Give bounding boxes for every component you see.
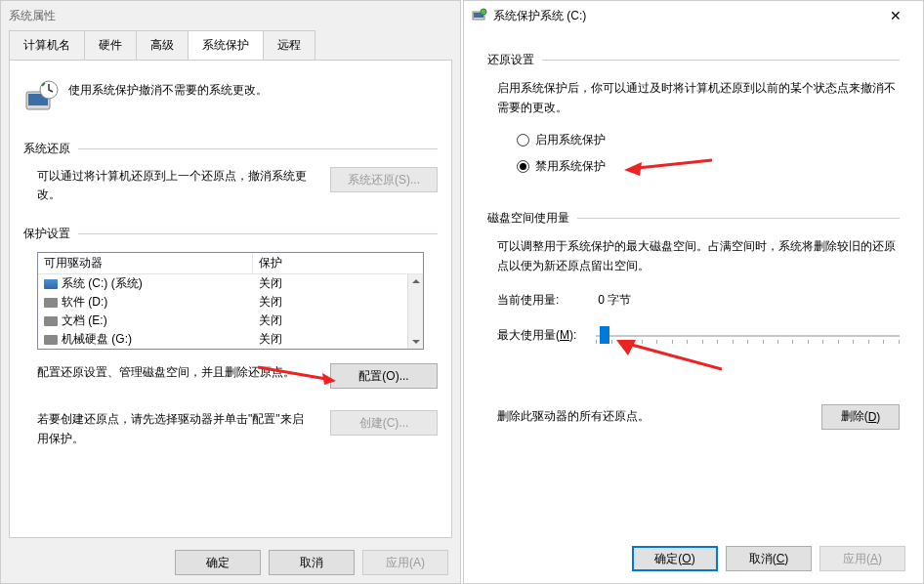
titlebar: 系统属性 (1, 1, 460, 30)
system-properties-dialog: 系统属性 计算机名 硬件 高级 系统保护 远程 使用系统保护撤消不需要的系统更改… (0, 0, 461, 584)
tab-system-protection[interactable]: 系统保护 (188, 30, 264, 60)
current-usage-label: 当前使用量: (497, 292, 559, 309)
restore-settings-intro: 启用系统保护后，你可以通过及时将计算机还原到以前的某个状态点来撤消不需要的更改。 (487, 78, 900, 118)
ok-button[interactable]: 确定(O) (632, 546, 718, 571)
delete-button[interactable]: 删除(D) (821, 404, 900, 430)
tab-computer-name[interactable]: 计算机名 (9, 30, 85, 60)
arrow-annotation-icon (624, 156, 712, 178)
tabs: 计算机名 硬件 高级 系统保护 远程 (1, 30, 460, 60)
tab-remote[interactable]: 远程 (263, 30, 315, 60)
system-protection-drive-dialog: 系统保护系统 (C:) ✕ 还原设置 启用系统保护后，你可以通过及时将计算机还原… (463, 0, 924, 584)
dialog-title: 系统保护系统 (C:) (493, 8, 586, 24)
max-usage-slider[interactable] (596, 324, 900, 348)
svg-point-7 (481, 9, 486, 15)
apply-button[interactable]: 应用(A) (819, 546, 905, 571)
dialog-body: 还原设置 启用系统保护后，你可以通过及时将计算机还原到以前的某个状态点来撤消不需… (464, 30, 923, 439)
scrollbar[interactable] (407, 274, 423, 349)
drive-icon (44, 316, 58, 326)
current-usage-value: 0 字节 (598, 292, 631, 309)
radio-icon (517, 134, 529, 146)
section-system-restore: 系统还原 (23, 141, 438, 157)
drive-table-header: 可用驱动器 保护 (38, 253, 423, 274)
table-row[interactable]: 软件 (D:) 关闭 (38, 293, 423, 312)
tab-advanced[interactable]: 高级 (136, 30, 189, 60)
header-protection[interactable]: 保护 (253, 255, 423, 271)
radio-group: 启用系统保护 禁用系统保护 (487, 132, 900, 175)
delete-description: 删除此驱动器的所有还原点。 (497, 408, 650, 425)
table-row[interactable]: 文档 (E:) 关闭 (38, 312, 423, 330)
configure-button[interactable]: 配置(O)... (330, 363, 438, 389)
radio-icon (517, 160, 529, 173)
max-usage-label: 最大使用量(M): (497, 327, 576, 344)
section-protection-settings: 保护设置 (23, 226, 438, 242)
ok-button[interactable]: 确定 (175, 550, 261, 575)
section-restore-settings: 还原设置 (487, 52, 900, 68)
radio-disable-protection[interactable]: 禁用系统保护 (517, 158, 900, 175)
section-disk-usage: 磁盘空间使用量 (487, 210, 900, 227)
drive-shield-icon (472, 7, 487, 25)
close-button[interactable]: ✕ (876, 2, 915, 29)
cancel-button[interactable]: 取消(C) (726, 546, 812, 571)
drive-icon (44, 335, 58, 345)
slider-thumb[interactable] (600, 326, 609, 344)
header-drives[interactable]: 可用驱动器 (38, 253, 253, 273)
table-row[interactable]: 机械硬盘 (G:) 关闭 (38, 330, 423, 349)
restore-description: 可以通过将计算机还原到上一个还原点，撤消系统更改。 (37, 167, 318, 204)
create-description: 若要创建还原点，请先选择驱动器并单击"配置"来启用保护。 (37, 410, 318, 447)
configure-description: 配置还原设置、管理磁盘空间，并且删除还原点。 (37, 363, 318, 389)
tab-content: 使用系统保护撤消不需要的系统更改。 系统还原 可以通过将计算机还原到上一个还原点… (9, 60, 452, 538)
drive-table: 可用驱动器 保护 系统 (C:) (系统) 关闭 软件 (D:) 关闭 文档 (… (37, 252, 424, 350)
titlebar: 系统保护系统 (C:) ✕ (464, 1, 923, 30)
intro-text: 使用系统保护撤消不需要的系统更改。 (68, 78, 268, 99)
drive-icon (44, 279, 58, 289)
radio-enable-protection[interactable]: 启用系统保护 (517, 132, 900, 148)
svg-marker-9 (624, 162, 642, 176)
drive-icon (44, 298, 58, 308)
create-button[interactable]: 创建(C)... (330, 410, 438, 436)
tab-hardware[interactable]: 硬件 (84, 30, 137, 60)
disk-usage-intro: 可以调整用于系统保护的最大磁盘空间。占满空间时，系统将删除较旧的还原点以便为新还… (487, 236, 900, 276)
table-row[interactable]: 系统 (C:) (系统) 关闭 (38, 274, 423, 293)
dialog-title: 系统属性 (9, 8, 56, 24)
svg-line-8 (638, 160, 712, 168)
system-restore-button[interactable]: 系统还原(S)... (330, 167, 438, 192)
shield-clock-icon (23, 78, 59, 113)
cancel-button[interactable]: 取消 (269, 550, 355, 575)
apply-button[interactable]: 应用(A) (362, 550, 448, 575)
